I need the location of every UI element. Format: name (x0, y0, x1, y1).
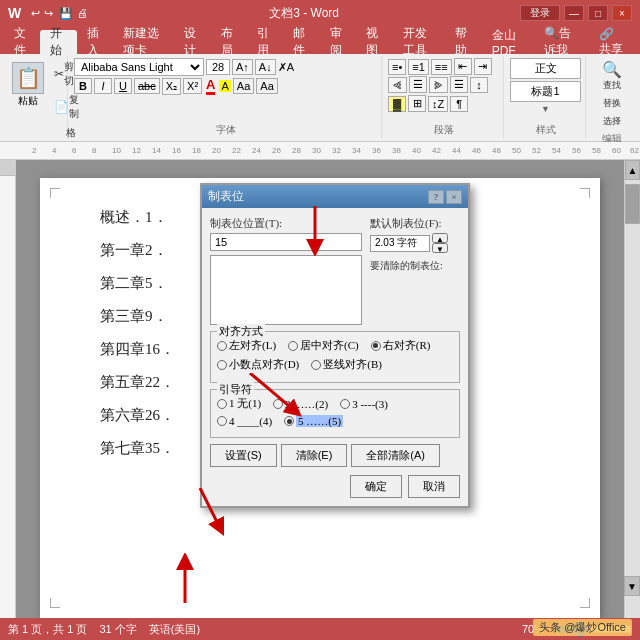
font-size-decrease[interactable]: A↓ (255, 59, 276, 75)
leader-underline-option[interactable]: 4 ____(4) (217, 415, 272, 427)
bullet-list-btn[interactable]: ≡• (388, 59, 406, 75)
font-highlight[interactable]: A (219, 80, 230, 92)
tab-position-list[interactable] (210, 255, 362, 325)
align-left-btn[interactable]: ⫷ (388, 77, 407, 93)
font-row2: B I U abc X₂ X² A A Aa Aa (74, 77, 377, 95)
minimize-btn[interactable]: — (564, 5, 584, 21)
tab-help[interactable]: 帮助 (445, 30, 481, 54)
scrollbar-thumb[interactable] (625, 184, 640, 224)
font-size-display: 28 (206, 59, 230, 75)
document-area: 概述．1． 第一章2． 第二章5． 第三章9． 第四章16． 第五章22． 第六… (0, 160, 640, 618)
set-btn[interactable]: 设置(S) (210, 444, 277, 467)
line-spacing-btn[interactable]: ↕ (470, 77, 488, 93)
tab-jinshan[interactable]: 金山PDF (482, 30, 535, 54)
indent-increase-btn[interactable]: ⇥ (474, 58, 492, 75)
number-list-btn[interactable]: ≡1 (408, 59, 429, 75)
font-group-label: 字体 (74, 121, 377, 137)
quick-access-undo[interactable]: ↩ (31, 7, 40, 20)
tab-reference[interactable]: 引用 (247, 30, 283, 54)
multilevel-list-btn[interactable]: ≡≡ (431, 59, 452, 75)
corner-mark-tl (50, 188, 60, 198)
align-decimal-option[interactable]: 小数点对齐(D) (217, 357, 299, 372)
ruler: 2 4 6 8 10 12 14 16 18 20 22 24 26 28 30… (0, 142, 640, 160)
align-center-option[interactable]: 居中对齐(C) (288, 338, 359, 353)
corner-mark-tr (580, 188, 590, 198)
style-normal[interactable]: 正文 (510, 58, 581, 79)
tab-file[interactable]: 文件 (4, 30, 40, 54)
leader-dash-option[interactable]: 3 ----(3) (340, 398, 388, 410)
font-aa-btn[interactable]: Aa (256, 78, 277, 94)
default-tab-input[interactable] (370, 235, 430, 252)
select-btn[interactable]: 选择 (598, 113, 626, 130)
strikethrough-btn[interactable]: abc (134, 78, 160, 94)
tab-insert[interactable]: 插入 (77, 30, 113, 54)
tab-layout[interactable]: 布局 (211, 30, 247, 54)
tab-mail[interactable]: 邮件 (283, 30, 319, 54)
font-effects-btn[interactable]: Aa (233, 78, 254, 94)
tab-share[interactable]: 🔗共享 (589, 30, 636, 54)
tab-position-input[interactable] (210, 233, 362, 251)
ok-btn[interactable]: 确定 (350, 475, 402, 498)
align-right-radio (371, 341, 381, 351)
pilcrow-btn[interactable]: ¶ (450, 96, 468, 112)
tab-home[interactable]: 开始 (40, 30, 76, 54)
replace-btn[interactable]: 替换 (598, 95, 626, 112)
align-left-radio (217, 341, 227, 351)
login-btn[interactable]: 登录 (520, 5, 560, 21)
sort-btn[interactable]: ↕Z (428, 96, 448, 112)
find-btn[interactable]: 🔍 查找 (598, 58, 626, 94)
leader-dash-radio (340, 399, 350, 409)
subscript-btn[interactable]: X₂ (162, 78, 181, 95)
underline-btn[interactable]: U (114, 78, 132, 94)
doc-page[interactable]: 概述．1． 第一章2． 第二章5． 第三章9． 第四章16． 第五章22． 第六… (40, 178, 600, 618)
style-more[interactable]: ▼ (510, 104, 581, 114)
scrollbar-down[interactable]: ▼ (624, 576, 640, 596)
ruler-content: 2 4 6 8 10 12 14 16 18 20 22 24 26 28 30… (16, 142, 624, 159)
tab-tellme[interactable]: 🔍告诉我 (534, 30, 589, 54)
leader-none-option[interactable]: 1 无(1) (217, 396, 261, 411)
indent-decrease-btn[interactable]: ⇤ (454, 58, 472, 75)
align-right-option[interactable]: 右对齐(R) (371, 338, 431, 353)
maximize-btn[interactable]: □ (588, 5, 608, 21)
scrollbar-up[interactable]: ▲ (625, 160, 640, 180)
italic-btn[interactable]: I (94, 78, 112, 94)
quick-save[interactable]: 💾 (59, 7, 73, 20)
default-tab-up[interactable]: ▲ (432, 233, 448, 243)
cancel-btn[interactable]: 取消 (408, 475, 460, 498)
tab-design[interactable]: 设计 (174, 30, 210, 54)
align-center-btn[interactable]: ☰ (409, 76, 427, 93)
right-scrollbar[interactable]: ▲ ▼ (624, 160, 640, 618)
dialog-close-btn[interactable]: × (446, 190, 462, 204)
font-name-select[interactable]: Alibaba Sans Light (74, 58, 204, 76)
default-tab-down[interactable]: ▼ (432, 243, 448, 253)
tab-view[interactable]: 视图 (356, 30, 392, 54)
default-tab-label: 默认制表位(F): (370, 216, 460, 231)
clear-all-btn[interactable]: 全部清除(A) (351, 444, 440, 467)
page-info: 第 1 页，共 1 页 (8, 622, 87, 637)
dialog-help-btn[interactable]: ? (428, 190, 444, 204)
leader-section: 引导符 1 无(1) 2 ……(2) (210, 389, 460, 438)
shading-btn[interactable]: ▓ (388, 96, 406, 112)
quick-print[interactable]: 🖨 (77, 7, 88, 19)
align-right-btn[interactable]: ⫸ (429, 77, 448, 93)
edit-content: 🔍 查找 替换 选择 (592, 58, 632, 130)
border-btn[interactable]: ⊞ (408, 95, 426, 112)
tab-newoption[interactable]: 新建选项卡 (113, 30, 174, 54)
doc-scroll-area[interactable]: 概述．1． 第一章2． 第二章5． 第三章9． 第四章16． 第五章22． 第六… (16, 160, 624, 618)
tab-review[interactable]: 审阅 (320, 30, 356, 54)
leader-dots5-option[interactable]: 5 ……(5) (284, 415, 343, 427)
align-bar-option[interactable]: 竖线对齐(B) (311, 357, 382, 372)
leader-row1: 1 无(1) 2 ……(2) 3 ----(3) (217, 396, 453, 411)
align-left-option[interactable]: 左对齐(L) (217, 338, 276, 353)
close-btn[interactable]: × (612, 5, 632, 21)
leader-dots-option[interactable]: 2 ……(2) (273, 398, 328, 410)
tab-devtools[interactable]: 开发工具 (393, 30, 446, 54)
font-size-increase[interactable]: A↑ (232, 59, 253, 75)
style-heading1[interactable]: 标题1 (510, 81, 581, 102)
clear-format-btn[interactable]: ✗A (278, 61, 294, 74)
justify-btn[interactable]: ☰ (450, 76, 468, 93)
clear-btn[interactable]: 清除(E) (281, 444, 348, 467)
quick-access-redo[interactable]: ↪ (44, 7, 53, 20)
superscript-btn[interactable]: X² (183, 78, 202, 94)
bold-btn[interactable]: B (74, 78, 92, 94)
